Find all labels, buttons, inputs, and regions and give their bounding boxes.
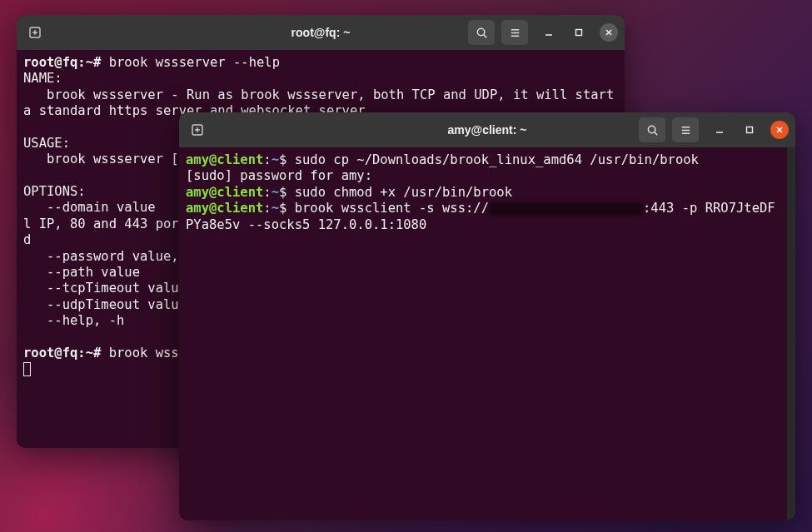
output-line: [sudo] password for amy: <box>186 168 372 183</box>
new-tab-button[interactable] <box>23 21 47 44</box>
output-line: --password value, - <box>23 249 194 264</box>
output-line: l IP, 80 and 443 ports <box>23 216 194 231</box>
new-tab-button[interactable] <box>186 118 209 142</box>
search-button[interactable] <box>468 20 495 45</box>
menu-button[interactable] <box>501 20 528 45</box>
cursor <box>23 362 31 376</box>
maximize-button[interactable] <box>570 23 588 42</box>
prompt-user: amy@client <box>186 201 263 216</box>
output-line: --domain value <box>23 200 156 215</box>
output-line: --help, -h <box>23 313 124 328</box>
close-button[interactable] <box>600 23 618 42</box>
redacted-host <box>489 202 643 216</box>
prompt: root@fq:~# <box>23 55 101 70</box>
output-line: --udpTimeout value <box>23 297 187 312</box>
output-line: brook wssserver [co <box>23 152 194 167</box>
output-line: --tcpTimeout value <box>23 281 187 296</box>
output-line: USAGE: <box>23 136 70 151</box>
cmd: sudo chmod +x /usr/bin/brook <box>286 185 512 200</box>
svg-rect-9 <box>576 30 582 36</box>
window-title: root@fq: ~ <box>291 26 351 39</box>
cmd: brook wsss <box>101 346 187 360</box>
output-line: NAME: <box>23 71 62 86</box>
menu-button[interactable] <box>672 117 699 142</box>
svg-rect-21 <box>747 127 753 133</box>
close-button[interactable] <box>770 121 789 139</box>
titlebar[interactable]: root@fq: ~ <box>17 15 625 50</box>
prompt-user: amy@client <box>186 185 263 200</box>
output-line: d <box>23 232 31 247</box>
prompt-user: amy@client <box>186 152 263 167</box>
scrollbar-thumb[interactable] <box>787 147 795 247</box>
cmd: brook wssserver --help <box>101 55 280 70</box>
cmd: sudo cp ~/Downloads/brook_linux_amd64 /u… <box>286 152 699 167</box>
maximize-button[interactable] <box>740 121 759 139</box>
window-title: amy@client: ~ <box>448 123 527 137</box>
svg-line-4 <box>483 34 486 37</box>
terminal-content-client[interactable]: amy@client:~$ sudo cp ~/Downloads/brook_… <box>179 147 795 520</box>
minimize-button[interactable] <box>710 121 729 139</box>
search-button[interactable] <box>639 117 665 142</box>
prompt: root@fq:~# <box>23 346 101 360</box>
svg-point-3 <box>477 28 484 35</box>
svg-line-16 <box>654 132 656 134</box>
output-line: --path value <box>23 265 140 280</box>
prompt-path: ~ <box>271 152 279 167</box>
output-line: OPTIONS: <box>23 184 86 199</box>
prompt-path: ~ <box>271 201 279 216</box>
svg-point-15 <box>648 126 655 132</box>
prompt-path: ~ <box>271 185 279 200</box>
titlebar[interactable]: amy@client: ~ <box>179 112 795 147</box>
terminal-window-client: amy@client: ~ amy@client:~$ sudo cp ~/Do… <box>179 112 795 520</box>
cmd: brook wssclient -s wss:// <box>286 201 489 216</box>
minimize-button[interactable] <box>540 23 558 42</box>
